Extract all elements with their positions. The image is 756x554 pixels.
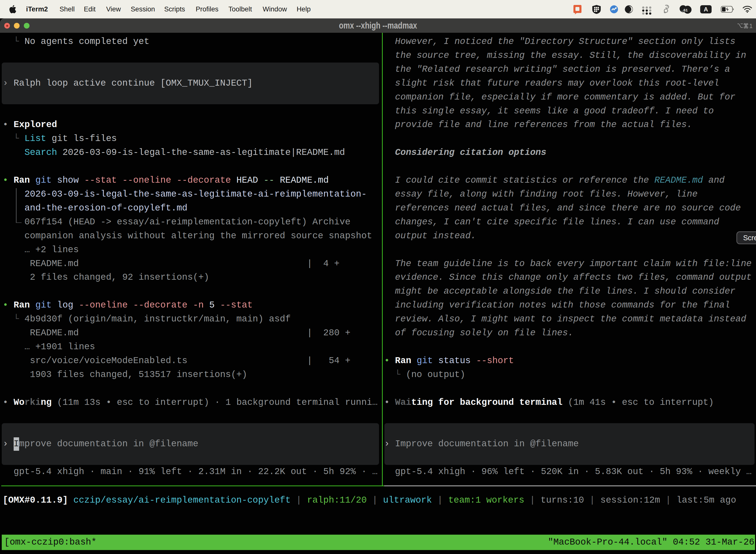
svg-text:..61: ..61 bbox=[681, 8, 688, 12]
svg-text:1: 1 bbox=[749, 22, 753, 29]
